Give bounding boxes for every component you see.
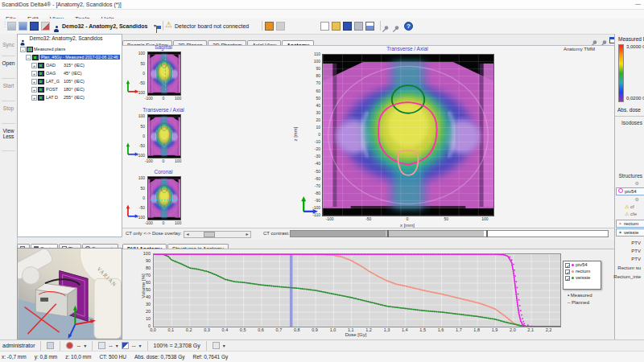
new-file-icon[interactable] (320, 22, 329, 31)
session-selector[interactable]: Demo32 - Anatomy2, Scandidos (62, 23, 147, 30)
dose-scale-max: 3,0000 Gy (626, 44, 644, 50)
measurement-icon[interactable] (19, 22, 27, 31)
slider-thumb[interactable] (204, 232, 215, 237)
contrast-thumb-high[interactable] (486, 230, 488, 237)
expand-icon[interactable]: + (31, 63, 37, 68)
status-separator (147, 341, 148, 351)
slider-left-icon[interactable]: ◂ (184, 232, 191, 237)
flag-status-icon[interactable] (122, 342, 129, 349)
window-layout-icon[interactable] (276, 22, 285, 31)
small-view-image-sagittal[interactable] (147, 51, 181, 96)
side-button-view-less[interactable]: View Less (0, 128, 17, 139)
side-button-stop[interactable]: Stop (0, 105, 17, 111)
checkbox-checked-icon[interactable]: ✓ (565, 276, 570, 281)
structure-settings-icon[interactable]: ⚙ (615, 197, 639, 203)
print-icon[interactable] (354, 22, 363, 31)
small-view-image-transverse-axial[interactable] (147, 114, 181, 158)
side-button-sync[interactable]: Sync (0, 42, 17, 47)
status-group-value: -- (109, 342, 113, 349)
main-y-tick: 10 (306, 125, 320, 130)
filter-status-icon[interactable] (213, 342, 220, 349)
structure-row-ptv54[interactable]: ptv54 (616, 187, 644, 195)
main-x-tick: 0 (399, 216, 415, 221)
layout-grid-icon[interactable] (7, 22, 16, 31)
structures-section-label: Structures (615, 173, 642, 179)
table-status-icon[interactable] (98, 342, 105, 349)
beam-row-oag[interactable]: +OAG45° (IEC) (31, 71, 82, 76)
layout-status-icon[interactable] (47, 342, 54, 349)
clinical-goal-label: PTV (588, 257, 641, 262)
cursor-ref-dose: Ref: 0,7641 Gy (193, 354, 229, 360)
dvh-plot[interactable] (153, 253, 561, 327)
structure-warn-row-cf[interactable]: ⚠ cf (625, 204, 634, 210)
flag-icon[interactable] (156, 26, 162, 33)
small-view-image-coronal[interactable] (147, 176, 181, 220)
expand-icon[interactable]: + (31, 79, 37, 84)
structure-warn-row-cfe[interactable]: ⚠ cfe (625, 212, 637, 217)
small-view-title-0: Sagittal (122, 44, 204, 51)
anatomy-mode-label: Anatomy TMM (564, 47, 595, 52)
checkbox-checked-icon[interactable]: ✓ (565, 269, 570, 274)
open-file-icon[interactable] (332, 22, 341, 31)
collapse-icon[interactable]: − (20, 47, 26, 52)
structure-settings-icon[interactable]: ⚙ (615, 181, 639, 187)
clinical-goal-label: Rectum su (588, 265, 641, 271)
dropdown-icon[interactable]: ▾ (223, 343, 225, 348)
dvh-x-tick: 1,5 (415, 327, 430, 332)
beam-row-post[interactable]: +POST180° (IEC) (31, 87, 85, 93)
beam-row-oad[interactable]: +OAD315° (IEC) (31, 63, 85, 68)
beam-row-lat-g[interactable]: +LAT_G105° (IEC) (31, 79, 85, 84)
beam-name: OAG (46, 71, 64, 76)
ct-contrast-slider[interactable] (290, 230, 609, 237)
session-dropdown-icon[interactable]: ▾ (154, 23, 156, 28)
tools-icon[interactable] (41, 22, 50, 31)
structure-row-rectum[interactable]: ▲rectum (616, 220, 644, 228)
side-button-open[interactable]: Open (0, 60, 17, 66)
minimize-icon[interactable]: — (635, 0, 641, 7)
dvh-x-tick: 1,6 (434, 327, 448, 332)
save-file-icon[interactable] (343, 22, 352, 31)
gantry-3d-view[interactable]: VARIAN (17, 248, 122, 339)
log-book-icon[interactable] (265, 22, 274, 31)
side-button-start[interactable]: Start (0, 83, 17, 88)
beam-row-lat-d[interactable]: +LAT D255° (IEC) (31, 95, 85, 101)
slider-right-icon[interactable]: ▸ (244, 232, 250, 237)
tree-root-row[interactable]: −Measured plans (20, 47, 65, 52)
axis-orientation-icon (125, 79, 140, 94)
pointer-tool-icon[interactable] (382, 22, 390, 30)
warning-icon: ⚠ (625, 204, 630, 209)
small-view-title-2: Coronal (122, 169, 204, 175)
isodoses-section-label: Isodoses (615, 120, 642, 126)
expand-icon[interactable]: + (31, 71, 37, 76)
dropdown-icon[interactable]: ▾ (139, 343, 142, 348)
dropdown-icon[interactable]: ▾ (116, 343, 118, 348)
sidebar-separator (2, 56, 15, 56)
contrast-thumb-low[interactable] (387, 230, 389, 237)
beam-icon (38, 87, 44, 93)
action-sidebar: SyncOpenStartStopView Less (0, 34, 18, 339)
dose-color-scale (618, 44, 624, 102)
image-sliders-row: CT only <-> Dose overlay: ◂ ▸ CT contras… (122, 228, 614, 240)
dose-overlay-slider[interactable]: ◂ ▸ (184, 231, 251, 238)
cursor-x: x: -0,7 mm (2, 354, 27, 360)
structure-row-veissie[interactable]: ▲veissie (616, 228, 644, 237)
expand-icon[interactable]: + (31, 87, 37, 93)
report-icon[interactable] (365, 22, 374, 31)
beam-name: POST (46, 87, 64, 92)
selected-plan-row[interactable]: −Plan_46Gy - Measured 2017-02-06 22:46 (26, 55, 120, 60)
dropdown-icon[interactable]: ▾ (84, 343, 86, 348)
dvh-x-tick: 1,7 (452, 327, 466, 332)
main-y-tick: 100 (306, 59, 320, 64)
pointer-tool-icon[interactable] (392, 22, 400, 30)
collapse-icon[interactable]: − (26, 55, 31, 60)
help-icon[interactable]: ? (404, 22, 413, 31)
expand-icon[interactable]: + (31, 95, 37, 101)
save-icon[interactable] (30, 22, 39, 31)
dose-scale-mode[interactable]: Abs. dose (617, 107, 641, 113)
main-transverse-image[interactable] (322, 54, 494, 216)
pin-icon[interactable] (600, 36, 608, 44)
checkbox-checked-icon[interactable]: ✓ (565, 263, 570, 268)
record-status-icon[interactable] (66, 342, 73, 349)
small-y-tick: 0 (131, 71, 145, 76)
pin-icon[interactable] (590, 36, 598, 44)
